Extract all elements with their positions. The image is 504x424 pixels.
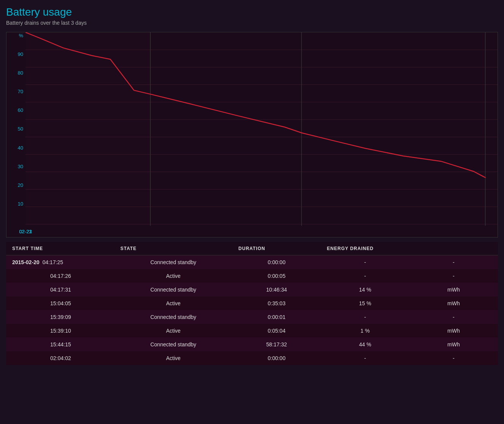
time-cell: 04:17:25: [42, 259, 63, 265]
cell-starttime: 15:39:09: [6, 310, 114, 324]
svg-rect-1: [26, 32, 152, 226]
page-title: Battery usage: [6, 6, 498, 18]
y-label-50: 50: [18, 126, 23, 131]
header-energy-drained: ENERGY DRAINED: [321, 242, 410, 255]
y-label-60: 60: [18, 108, 23, 113]
cell-duration: 0:05:04: [232, 324, 321, 338]
cell-energy-pct: 15 %: [321, 296, 410, 310]
cell-duration: 0:00:00: [232, 255, 321, 269]
cell-starttime: 2015-02-20 04:17:25: [6, 255, 114, 269]
battery-table: START TIME STATE DURATION ENERGY DRAINED…: [6, 242, 498, 365]
chart-area: [26, 32, 498, 226]
cell-energy-unit: mWh: [409, 324, 498, 338]
cell-starttime: 15:44:15: [6, 338, 114, 351]
y-label-0: [22, 220, 23, 225]
cell-duration: 58:17:32: [232, 338, 321, 351]
date-cell: 2015-02-20: [12, 259, 40, 265]
cell-state: Active: [114, 351, 232, 365]
cell-starttime: 04:17:26: [6, 269, 114, 283]
y-label-30: 30: [18, 164, 23, 169]
cell-energy-unit: mWh: [409, 338, 498, 351]
time-cell: 15:39:10: [12, 328, 71, 334]
time-cell: 15:44:15: [12, 341, 71, 347]
table-row: 15:44:15Connected standby58:17:3244 %mWh: [6, 338, 498, 351]
time-cell: 02:04:02: [12, 355, 71, 361]
cell-starttime: 02:04:02: [6, 351, 114, 365]
time-cell: 04:17:26: [12, 273, 71, 279]
table-header-row: START TIME STATE DURATION ENERGY DRAINED: [6, 242, 498, 255]
y-label-40: 40: [18, 145, 23, 150]
table-row: 15:39:10Active0:05:041 %mWh: [6, 324, 498, 338]
table-row: 2015-02-20 04:17:25Connected standby0:00…: [6, 255, 498, 269]
cell-state: Active: [114, 269, 232, 283]
header-state: STATE: [114, 242, 232, 255]
y-axis: % 90 80 70 60 50 40 30 20 10: [6, 32, 26, 226]
cell-state: Connected standby: [114, 283, 232, 296]
y-label-pct: %: [19, 33, 23, 38]
time-cell: 15:39:09: [12, 314, 71, 320]
cell-energy-unit: -: [409, 351, 498, 365]
cell-state: Active: [114, 324, 232, 338]
cell-energy-pct: -: [321, 310, 410, 324]
table-row: 15:39:09Connected standby0:00:01--: [6, 310, 498, 324]
cell-energy-unit: -: [409, 269, 498, 283]
y-label-20: 20: [18, 183, 23, 188]
cell-energy-unit: -: [409, 255, 498, 269]
table-row: 15:04:05Active0:35:0315 %mWh: [6, 296, 498, 310]
cell-energy-pct: -: [321, 255, 410, 269]
cell-energy-pct: -: [321, 269, 410, 283]
cell-energy-pct: -: [321, 351, 410, 365]
cell-starttime: 15:39:10: [6, 324, 114, 338]
cell-energy-unit: mWh: [409, 296, 498, 310]
cell-duration: 0:00:00: [232, 351, 321, 365]
cell-energy-unit: mWh: [409, 283, 498, 296]
y-label-80: 80: [18, 70, 23, 75]
y-label-70: 70: [18, 89, 23, 94]
cell-energy-pct: 14 %: [321, 283, 410, 296]
header-energy-unit: [409, 242, 498, 255]
y-label-10: 10: [18, 201, 23, 206]
cell-duration: 0:35:03: [232, 296, 321, 310]
cell-starttime: 15:04:05: [6, 296, 114, 310]
cell-duration: 0:00:05: [232, 269, 321, 283]
battery-chart: % 90 80 70 60 50 40 30 20 10: [6, 32, 498, 238]
y-label-90: 90: [18, 52, 23, 57]
header-starttime: START TIME: [6, 242, 114, 255]
page-subtitle: Battery drains over the last 3 days: [6, 20, 498, 26]
table-row: 04:17:26Active0:00:05--: [6, 269, 498, 283]
table-row: 04:17:31Connected standby10:46:3414 %mWh: [6, 283, 498, 296]
header-duration: DURATION: [232, 242, 321, 255]
cell-energy-pct: 44 %: [321, 338, 410, 351]
cell-state: Connected standby: [114, 255, 232, 269]
time-cell: 15:04:05: [12, 300, 71, 306]
cell-energy-pct: 1 %: [321, 324, 410, 338]
x-label-0223: 02-23: [19, 229, 32, 234]
cell-state: Connected standby: [114, 338, 232, 351]
cell-state: Connected standby: [114, 310, 232, 324]
cell-starttime: 04:17:31: [6, 283, 114, 296]
cell-state: Active: [114, 296, 232, 310]
chart-svg: [26, 32, 498, 226]
time-cell: 04:17:31: [12, 287, 71, 293]
table-row: 02:04:02Active0:00:00--: [6, 351, 498, 365]
cell-duration: 10:46:34: [232, 283, 321, 296]
x-axis: 02-21 02-22 02-23: [26, 226, 498, 237]
cell-energy-unit: -: [409, 310, 498, 324]
cell-duration: 0:00:01: [232, 310, 321, 324]
